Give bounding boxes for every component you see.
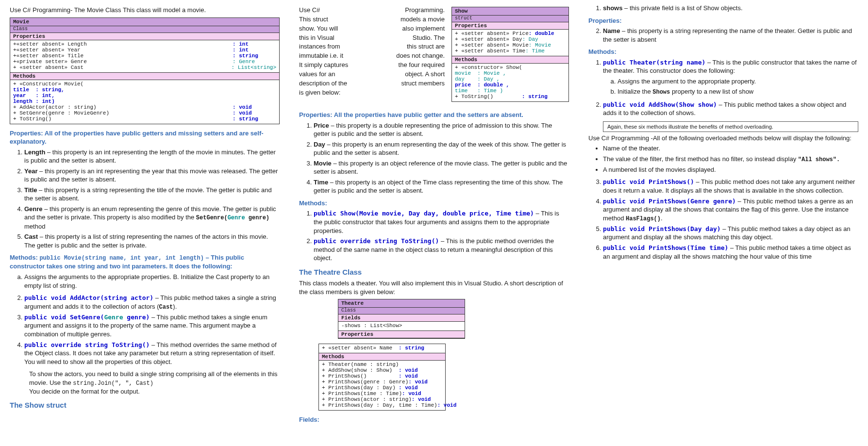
props3-head: Properties:: [588, 17, 858, 25]
uml-props-label: Properties: [10, 33, 279, 40]
overload-intro: Use C# Programming -All of the following…: [588, 134, 858, 143]
show-heading: The Show struct: [10, 400, 280, 410]
theatre-heading: The Theatre Class: [299, 267, 569, 277]
movie-methods-list-cont: public void AddActor(string actor) – Thi…: [10, 294, 280, 366]
movie-methods-list: Assigns the arguments to the appropriate…: [10, 273, 280, 290]
printshows-list: public void PrintShows() – This public m…: [588, 178, 858, 261]
props3-list: Name – this property is a string represe…: [588, 27, 858, 44]
overload-bullets: Name of the theater. The value of the fi…: [588, 144, 858, 174]
uml-kind: Class: [10, 26, 279, 33]
methods3-head: Methods:: [588, 48, 858, 56]
uml-methods-label: Methods: [10, 73, 279, 80]
uml-name: Movie: [10, 18, 279, 26]
theatre-uml-bottom: + «setter absent» Name: string Methods +…: [318, 344, 446, 411]
actors-para: To show the actors, you need to build a …: [29, 370, 280, 396]
show-methods-list: public Show(Movie movie, Day day, double…: [299, 209, 569, 262]
props-heading: Properties: All of the properties have p…: [10, 129, 280, 146]
movie-uml: Movie Class Properties +«setter absent» …: [10, 17, 280, 124]
methods-heading: Methods: public Movie(string name, int y…: [10, 253, 280, 271]
fields-head: Fields:: [299, 415, 569, 424]
show-props-head: Properties: All the properties have publ…: [299, 111, 569, 119]
intro-text: Use C# Programming- The Movie Class This…: [10, 6, 280, 15]
theatre-uml-top: Theatre Class Fields -shows : List<Show>…: [338, 299, 465, 339]
theatre-methods-list: public Theater(string name) – This is th…: [588, 58, 858, 117]
show-uml: Show struct Properties + «setter absent»…: [451, 7, 569, 102]
theatre-intro: This class models a theater. You will al…: [299, 279, 569, 296]
overload-note: Again, these six methods illustrate the …: [603, 121, 858, 132]
fields-list: shows – this private field is a list of …: [588, 4, 858, 13]
props-list: Length – this property is an int represe…: [10, 148, 280, 250]
show-wrap: Show struct Properties + «setter absent»…: [299, 4, 569, 107]
show-methods-head: Methods:: [299, 199, 569, 208]
show-props-list: Price – this property is a double repres…: [299, 121, 569, 195]
